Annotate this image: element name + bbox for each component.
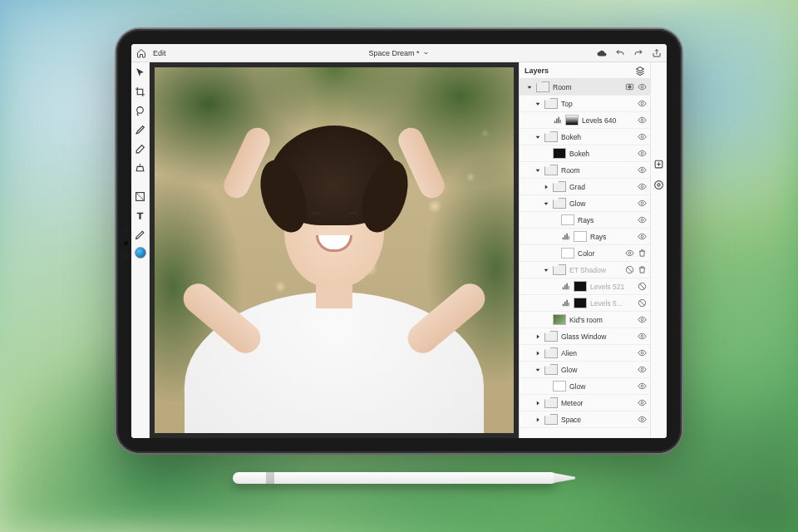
layer-row[interactable]: Glow xyxy=(520,362,650,378)
layer-thumbnail xyxy=(561,248,574,259)
layer-label: Room xyxy=(553,83,622,91)
svg-point-4 xyxy=(641,86,643,88)
layer-row[interactable]: Room xyxy=(520,162,650,179)
chevron-down-icon[interactable] xyxy=(543,200,549,207)
home-icon[interactable] xyxy=(136,48,146,58)
tool-column xyxy=(131,62,150,438)
layers-list[interactable]: RoomTopLevels 640BokehBokehRoomGradGlowR… xyxy=(520,79,650,438)
chevron-right-icon[interactable] xyxy=(534,400,541,406)
chevron-right-icon[interactable] xyxy=(534,350,541,357)
visibility-icon[interactable] xyxy=(638,165,647,175)
visibility-icon[interactable] xyxy=(638,149,647,158)
layer-label: Bokeh xyxy=(569,150,634,158)
hidden-icon[interactable] xyxy=(638,298,647,308)
chevron-down-icon[interactable] xyxy=(526,84,533,91)
adjustment-icon xyxy=(561,282,570,291)
chevron-right-icon xyxy=(543,317,549,323)
layer-row[interactable]: Rays xyxy=(520,229,650,245)
lasso-tool[interactable] xyxy=(134,104,147,117)
svg-point-3 xyxy=(628,86,632,89)
visibility-icon[interactable] xyxy=(638,332,647,341)
visibility-icon[interactable] xyxy=(638,99,647,108)
trash-icon[interactable] xyxy=(638,249,647,258)
layer-row[interactable]: Levels 521 xyxy=(520,278,650,295)
edit-menu[interactable]: Edit xyxy=(153,49,166,57)
layer-label: Levels 5... xyxy=(590,299,634,308)
pen-tool[interactable] xyxy=(134,228,147,241)
folder-icon xyxy=(544,98,558,109)
layer-row[interactable]: Bokeh xyxy=(520,129,650,145)
visibility-icon[interactable] xyxy=(638,215,647,224)
visibility-icon[interactable] xyxy=(638,232,647,241)
layer-row[interactable]: Space xyxy=(520,411,650,428)
document-title[interactable]: Space Dream * xyxy=(368,49,429,57)
layer-thumbnail xyxy=(574,281,587,292)
adjustment-icon xyxy=(561,232,570,241)
move-tool[interactable] xyxy=(134,66,147,79)
layer-row[interactable]: Meteor xyxy=(520,395,650,411)
share-icon[interactable] xyxy=(652,48,662,58)
layer-row[interactable]: Color xyxy=(520,245,650,262)
layer-row[interactable]: Bokeh xyxy=(520,145,650,162)
layer-row[interactable]: ET Shadow xyxy=(520,262,650,278)
chevron-down-icon[interactable] xyxy=(534,101,541,107)
chevron-down-icon[interactable] xyxy=(534,134,541,140)
layer-row[interactable]: Kid's room xyxy=(520,312,650,328)
foreground-color-swatch[interactable] xyxy=(135,247,146,259)
layer-row[interactable]: Glow xyxy=(520,378,650,395)
properties-icon[interactable] xyxy=(653,180,664,190)
visibility-icon[interactable] xyxy=(638,348,647,357)
visibility-icon[interactable] xyxy=(638,116,647,125)
trash-icon[interactable] xyxy=(638,265,647,274)
svg-point-5 xyxy=(641,102,643,105)
layer-row[interactable]: Glass Window xyxy=(520,328,650,345)
eraser-tool[interactable] xyxy=(134,142,147,155)
chevron-down-icon[interactable] xyxy=(534,167,541,174)
chevron-right-icon[interactable] xyxy=(543,184,549,190)
layer-row[interactable]: Glow xyxy=(520,195,650,212)
cloud-icon[interactable] xyxy=(597,48,607,58)
visibility-icon[interactable] xyxy=(638,315,647,324)
chevron-down-icon[interactable] xyxy=(543,267,549,273)
svg-point-14 xyxy=(628,252,631,254)
visibility-icon[interactable] xyxy=(638,82,647,91)
layer-label: Meteor xyxy=(561,399,634,407)
svg-point-26 xyxy=(658,184,660,186)
redo-icon[interactable] xyxy=(633,48,643,58)
undo-icon[interactable] xyxy=(615,48,625,58)
layer-row[interactable]: Grad xyxy=(520,179,650,195)
visibility-icon[interactable] xyxy=(638,365,647,374)
layer-label: Space xyxy=(561,416,634,424)
visibility-icon[interactable] xyxy=(625,249,634,258)
chevron-down-icon[interactable] xyxy=(534,367,541,373)
crop-tool[interactable] xyxy=(134,85,147,98)
layers-stack-icon[interactable] xyxy=(635,66,645,76)
visibility-icon[interactable] xyxy=(638,132,647,141)
layer-row[interactable]: Room xyxy=(520,79,650,96)
visibility-icon[interactable] xyxy=(638,415,647,424)
gradient-tool[interactable] xyxy=(134,190,147,203)
add-layer-icon[interactable] xyxy=(653,159,664,170)
visibility-icon[interactable] xyxy=(638,382,647,391)
visibility-icon[interactable] xyxy=(638,398,647,407)
hidden-icon[interactable] xyxy=(625,265,634,274)
brush-tool[interactable] xyxy=(134,123,147,136)
chevron-right-icon[interactable] xyxy=(534,416,541,423)
chevron-right-icon[interactable] xyxy=(534,333,541,340)
clone-stamp-tool[interactable] xyxy=(134,161,147,175)
folder-icon xyxy=(544,165,558,175)
layer-row[interactable]: Rays xyxy=(520,212,650,229)
layer-mask-icon[interactable] xyxy=(625,82,634,91)
layer-row[interactable]: Levels 5... xyxy=(520,295,650,312)
layer-label: Alien xyxy=(561,349,634,357)
visibility-icon[interactable] xyxy=(638,182,647,191)
visibility-icon[interactable] xyxy=(638,199,647,208)
canvas[interactable] xyxy=(155,67,514,433)
folder-icon xyxy=(553,181,566,192)
hidden-icon[interactable] xyxy=(638,282,647,291)
layer-row[interactable]: Alien xyxy=(520,345,650,362)
layer-row[interactable]: Levels 640 xyxy=(520,112,650,129)
type-tool[interactable] xyxy=(134,209,147,222)
layer-row[interactable]: Top xyxy=(520,96,650,112)
folder-icon xyxy=(544,131,558,142)
